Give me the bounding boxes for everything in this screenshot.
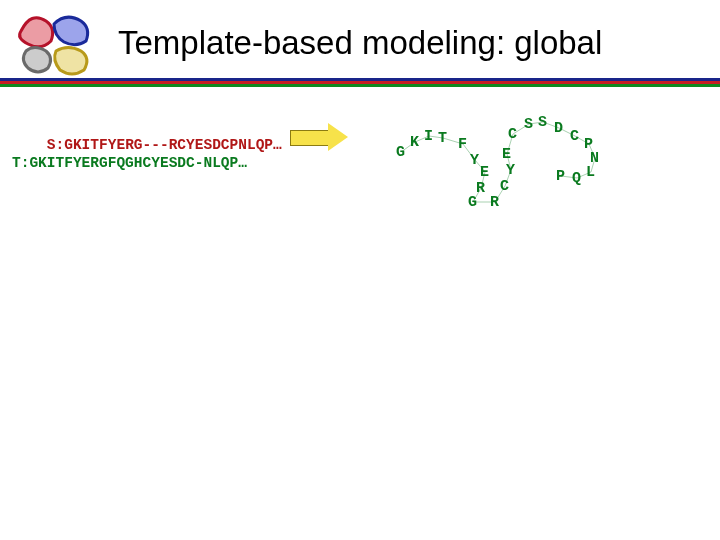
structure-letter: S <box>538 114 547 131</box>
structure-letter: I <box>424 128 433 145</box>
protein-logo <box>6 6 106 86</box>
structure-letter: T <box>438 130 447 147</box>
structure-letter: F <box>458 136 467 153</box>
structure-letter: R <box>490 194 499 211</box>
structure-letter: Y <box>506 162 515 179</box>
seq-s-label: S: <box>47 137 64 153</box>
structure-letter: P <box>556 168 565 185</box>
structure-letter: E <box>480 164 489 181</box>
structure-letter: S <box>524 116 533 133</box>
structure-letter: R <box>476 180 485 197</box>
sequence-alignment: S:GKITFYERG---RCYESDCPNLQP… T:GKITFYERGF… <box>12 118 282 191</box>
seq-s-text: GKITFYERG---RCYESDCPNLQP… <box>64 137 282 153</box>
structure-letter: C <box>500 178 509 195</box>
structure-letter: G <box>468 194 477 211</box>
structure-diagram: GKITFYERGRCYECSSDCPNLQP <box>390 104 630 224</box>
structure-letter: Y <box>470 152 479 169</box>
separator-rule <box>0 78 720 87</box>
structure-letter: C <box>570 128 579 145</box>
slide-title: Template-based modeling: global <box>118 24 602 62</box>
structure-letter: L <box>586 164 595 181</box>
structure-letter: C <box>508 126 517 143</box>
structure-letter: K <box>410 134 419 151</box>
structure-letter: E <box>502 146 511 163</box>
seq-t-label: T: <box>12 155 29 171</box>
structure-letter: Q <box>572 170 581 187</box>
structure-letter: D <box>554 120 563 137</box>
seq-t-text: GKITFYERGFQGHCYESDC-NLQP… <box>29 155 247 171</box>
structure-letter: G <box>396 144 405 161</box>
